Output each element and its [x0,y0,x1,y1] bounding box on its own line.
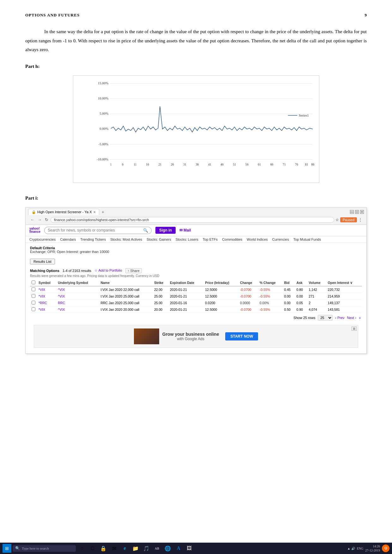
next-page-button[interactable]: Next › [347,316,356,320]
reload-button[interactable]: ↻ [44,217,49,222]
yahoo-search-box[interactable]: 🔍 [44,227,152,234]
tab-bar: 🔒 High Open Interest Screener - Ya X ✕ +… [28,209,364,215]
tab-close-icon[interactable]: ✕ [93,210,96,214]
add-portfolio-button[interactable]: ☆ Add to Portfolio [94,268,122,273]
back-button[interactable]: ← [29,217,35,222]
nav-losers[interactable]: Stocks: Losers [176,238,198,241]
more-button[interactable]: ⋮ [358,217,363,222]
taskbar-app-edge[interactable]: e [120,544,130,553]
table-col-ask: Ask [295,280,307,286]
chart-container: 15.00% 10.00% 5.00% 0.00% -5.00% -10.00%… [73,75,319,183]
yahoo-logo: yahoo! finance [29,227,40,233]
new-tab-button[interactable]: + [100,209,106,214]
nav-commodities[interactable]: Commodities [222,238,242,241]
svg-text:81: 81 [305,163,308,166]
taskbar-app-folder[interactable]: 📁 [131,544,140,553]
svg-text:-5.00%: -5.00% [98,142,108,146]
svg-text:76: 76 [295,163,298,166]
taskbar-search-text: Type here to search [22,546,49,550]
taskbar-app-lock[interactable]: 🔒 [99,544,108,553]
tab-favicon: 🔒 [32,210,36,214]
svg-text:51: 51 [233,163,236,166]
nav-trending[interactable]: Trending Tickers [80,238,106,241]
ad-text-main: Grow your business online [162,332,219,337]
criteria-detail: Exchange: OPR; Open Interest: greater th… [30,250,362,254]
taskbar-search-box[interactable]: 🔍 Type here to search [13,545,76,552]
nav-cryptocurrencies[interactable]: Cryptocurrencies [29,238,56,241]
table-header-row: Symbol Underlying Symbol Name Strike Exp… [30,280,362,286]
taskbar-app-circle[interactable]: ○ [77,544,87,553]
minimize-button[interactable]: — [350,210,354,214]
row-symbol: *VIX [37,286,56,293]
browser-tab-active[interactable]: 🔒 High Open Interest Screener - Ya X ✕ [28,209,99,215]
row-underlying: ^VIX [56,306,99,313]
table-col-symbol: Symbol [37,280,56,286]
row-checkbox-0[interactable] [32,287,35,291]
ad-banner: ⊠ Grow your business online with Google … [34,325,358,348]
nav-world-indices[interactable]: World Indices [247,238,268,241]
ad-close-button[interactable]: ⊠ [352,327,357,331]
taskbar-app-img[interactable]: 🖼 [184,544,194,553]
svg-text:11: 11 [133,163,136,166]
row-strike: 25.00 [153,293,168,299]
row-price: 12.5000 [203,306,238,313]
paused-button[interactable]: Paused [340,217,357,222]
start-button[interactable]: ⊞ [3,544,11,553]
part-i-section: Part i: 🔒 High Open Interest Screener - … [25,196,367,354]
row-price: 12.5000 [203,293,238,299]
taskbar-app-media[interactable]: 🎵 [142,544,151,553]
row-name: I:VIX Jan 2020 20.000 call [99,306,153,313]
row-checkbox-2[interactable] [32,301,35,304]
taskbar-app-square[interactable]: □ [88,544,97,553]
row-checkbox-3[interactable] [32,307,35,311]
tab-label: High Open Interest Screener - Ya X [37,210,92,214]
nav-mutual-funds[interactable]: Top Mutual Funds [293,238,321,241]
last-page-button[interactable]: » [359,316,361,320]
svg-text:21: 21 [158,163,161,166]
row-strike: 22.00 [153,286,168,293]
taskbar-app-ab[interactable]: AB [152,544,162,553]
url-input[interactable] [51,217,334,223]
star-icon[interactable]: ☆ [335,218,339,222]
row-strike: 25.00 [153,299,168,306]
notifications-icon[interactable]: 🗨 [382,545,389,552]
nav-most-actives[interactable]: Stocks: Most Actives [110,238,142,241]
yahoo-body: Default Criteria Exchange: OPR; Open Int… [26,243,366,353]
row-checkbox-1[interactable] [32,294,35,298]
browser-chrome: 🔒 High Open Interest Screener - Ya X ✕ +… [26,208,366,225]
taskbar-app-mail[interactable]: ✉ [109,544,119,553]
row-price: 0.0200 [203,299,238,306]
row-open-interest: 149,137 [326,299,362,306]
results-list-button[interactable]: Results List [30,259,55,264]
forward-button[interactable]: → [37,217,43,222]
taskbar-lang: ENG [357,547,364,550]
start-now-button[interactable]: START NOW [225,332,258,340]
select-all-checkbox[interactable] [32,280,35,284]
nav-calendars[interactable]: Calendars [60,238,76,241]
nav-etfs[interactable]: Top ETFs [203,238,218,241]
nav-gainers[interactable]: Stocks: Gainers [147,238,171,241]
nav-currencies[interactable]: Currencies [272,238,289,241]
taskbar-app-web[interactable]: 🌐 [163,544,172,553]
mail-button[interactable]: ✉ Mail [179,228,191,232]
row-open-interest: 220,732 [326,286,362,293]
svg-text:31: 31 [183,163,186,166]
address-bar: ← → ↻ ☆ Paused ⋮ [28,216,364,223]
rows-per-page-select[interactable]: 25 50 100 [318,315,333,321]
maximize-button[interactable]: □ [355,210,359,214]
row-volume: 1,142 [307,286,326,293]
row-underlying: ^VIX [56,286,99,293]
row-ask: 0.05 [295,299,307,306]
signin-button[interactable]: Sign in [155,227,176,234]
criteria-title: Default Criteria [30,246,362,250]
part-h-heading: Part h: [25,64,367,69]
prev-page-button[interactable]: ‹ Prev [335,316,344,320]
yahoo-search-input[interactable] [48,228,143,232]
close-button[interactable]: × [360,210,364,214]
window-controls: — □ × [350,210,364,214]
share-button[interactable]: ↑ Share [125,268,142,273]
row-name: I:VIX Jan 2020 25.000 call [99,293,153,299]
page-title: OPTIONS AND FUTURES [25,13,80,18]
taskbar-app-a[interactable]: A [174,544,183,553]
table-row: *VIX ^VIX I:VIX Jan 2020 25.000 call 25.… [30,293,362,299]
